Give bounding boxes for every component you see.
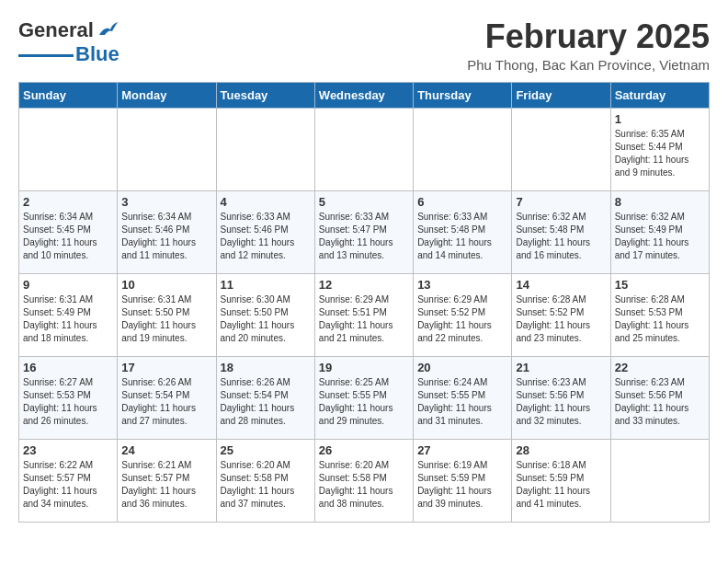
day-number: 13 bbox=[417, 278, 507, 292]
calendar-cell: 10Sunrise: 6:31 AM Sunset: 5:50 PM Dayli… bbox=[118, 273, 216, 356]
day-info: Sunrise: 6:32 AM Sunset: 5:48 PM Dayligh… bbox=[516, 211, 606, 262]
weekday-thursday: Thursday bbox=[414, 82, 512, 108]
calendar-cell: 20Sunrise: 6:24 AM Sunset: 5:55 PM Dayli… bbox=[414, 356, 512, 439]
day-info: Sunrise: 6:24 AM Sunset: 5:55 PM Dayligh… bbox=[417, 376, 507, 428]
calendar-cell: 7Sunrise: 6:32 AM Sunset: 5:48 PM Daylig… bbox=[512, 190, 610, 273]
calendar-cell: 9Sunrise: 6:31 AM Sunset: 5:49 PM Daylig… bbox=[19, 273, 118, 356]
day-number: 19 bbox=[319, 361, 409, 374]
day-info: Sunrise: 6:34 AM Sunset: 5:45 PM Dayligh… bbox=[23, 211, 113, 262]
day-number: 24 bbox=[121, 443, 211, 457]
calendar-cell: 17Sunrise: 6:26 AM Sunset: 5:54 PM Dayli… bbox=[118, 356, 216, 439]
day-info: Sunrise: 6:32 AM Sunset: 5:49 PM Dayligh… bbox=[615, 211, 705, 262]
day-info: Sunrise: 6:19 AM Sunset: 5:59 PM Dayligh… bbox=[417, 459, 507, 511]
day-number: 7 bbox=[516, 195, 606, 209]
calendar-cell: 23Sunrise: 6:22 AM Sunset: 5:57 PM Dayli… bbox=[19, 439, 118, 522]
day-number: 4 bbox=[221, 195, 311, 209]
month-title: February 2025 bbox=[467, 18, 710, 55]
calendar-cell bbox=[314, 108, 413, 190]
weekday-tuesday: Tuesday bbox=[216, 82, 314, 108]
calendar-cell: 26Sunrise: 6:20 AM Sunset: 5:58 PM Dayli… bbox=[314, 439, 413, 522]
calendar-cell: 2Sunrise: 6:34 AM Sunset: 5:45 PM Daylig… bbox=[19, 190, 118, 273]
day-number: 12 bbox=[319, 278, 409, 292]
day-number: 2 bbox=[23, 195, 113, 209]
day-number: 10 bbox=[121, 278, 211, 292]
day-info: Sunrise: 6:33 AM Sunset: 5:47 PM Dayligh… bbox=[319, 211, 409, 262]
calendar-cell: 22Sunrise: 6:23 AM Sunset: 5:56 PM Dayli… bbox=[610, 356, 709, 439]
day-number: 22 bbox=[615, 361, 705, 374]
calendar-cell bbox=[216, 108, 314, 190]
weekday-saturday: Saturday bbox=[610, 82, 709, 108]
calendar-cell bbox=[118, 108, 216, 190]
day-number: 6 bbox=[417, 195, 507, 209]
calendar-cell: 19Sunrise: 6:25 AM Sunset: 5:55 PM Dayli… bbox=[314, 356, 413, 439]
day-number: 3 bbox=[121, 195, 211, 209]
day-info: Sunrise: 6:34 AM Sunset: 5:46 PM Dayligh… bbox=[121, 211, 211, 262]
calendar-cell: 4Sunrise: 6:33 AM Sunset: 5:46 PM Daylig… bbox=[216, 190, 314, 273]
calendar-cell: 18Sunrise: 6:26 AM Sunset: 5:54 PM Dayli… bbox=[216, 356, 314, 439]
calendar-cell: 11Sunrise: 6:30 AM Sunset: 5:50 PM Dayli… bbox=[216, 273, 314, 356]
calendar-cell: 5Sunrise: 6:33 AM Sunset: 5:47 PM Daylig… bbox=[314, 190, 413, 273]
day-number: 8 bbox=[615, 195, 705, 209]
calendar-week-1: 1Sunrise: 6:35 AM Sunset: 5:44 PM Daylig… bbox=[19, 108, 710, 190]
title-area: February 2025 Phu Thong, Bac Kan Provinc… bbox=[467, 18, 710, 73]
day-info: Sunrise: 6:29 AM Sunset: 5:52 PM Dayligh… bbox=[417, 293, 507, 345]
day-info: Sunrise: 6:26 AM Sunset: 5:54 PM Dayligh… bbox=[121, 376, 211, 428]
day-info: Sunrise: 6:30 AM Sunset: 5:50 PM Dayligh… bbox=[221, 293, 311, 345]
day-info: Sunrise: 6:27 AM Sunset: 5:53 PM Dayligh… bbox=[23, 376, 113, 428]
day-number: 28 bbox=[516, 443, 606, 457]
day-number: 17 bbox=[121, 361, 211, 374]
day-number: 1 bbox=[615, 112, 705, 126]
day-info: Sunrise: 6:31 AM Sunset: 5:49 PM Dayligh… bbox=[23, 293, 113, 345]
day-number: 21 bbox=[516, 361, 606, 374]
logo: General Blue bbox=[18, 18, 119, 66]
calendar-cell: 13Sunrise: 6:29 AM Sunset: 5:52 PM Dayli… bbox=[414, 273, 512, 356]
calendar-week-5: 23Sunrise: 6:22 AM Sunset: 5:57 PM Dayli… bbox=[19, 439, 710, 522]
calendar-cell: 1Sunrise: 6:35 AM Sunset: 5:44 PM Daylig… bbox=[610, 108, 709, 190]
calendar-cell: 21Sunrise: 6:23 AM Sunset: 5:56 PM Dayli… bbox=[512, 356, 610, 439]
day-number: 11 bbox=[221, 278, 311, 292]
calendar-cell bbox=[512, 108, 610, 190]
day-info: Sunrise: 6:20 AM Sunset: 5:58 PM Dayligh… bbox=[319, 459, 409, 511]
calendar-table: SundayMondayTuesdayWednesdayThursdayFrid… bbox=[18, 82, 710, 523]
day-info: Sunrise: 6:20 AM Sunset: 5:58 PM Dayligh… bbox=[221, 459, 311, 511]
calendar-cell: 16Sunrise: 6:27 AM Sunset: 5:53 PM Dayli… bbox=[19, 356, 118, 439]
logo-bird-icon bbox=[97, 22, 118, 39]
weekday-monday: Monday bbox=[118, 82, 216, 108]
day-info: Sunrise: 6:26 AM Sunset: 5:54 PM Dayligh… bbox=[221, 376, 311, 428]
calendar-cell: 3Sunrise: 6:34 AM Sunset: 5:46 PM Daylig… bbox=[118, 190, 216, 273]
calendar-cell: 25Sunrise: 6:20 AM Sunset: 5:58 PM Dayli… bbox=[216, 439, 314, 522]
day-info: Sunrise: 6:28 AM Sunset: 5:52 PM Dayligh… bbox=[516, 293, 606, 345]
logo-blue: Blue bbox=[75, 42, 119, 66]
day-number: 26 bbox=[319, 443, 409, 457]
calendar-week-2: 2Sunrise: 6:34 AM Sunset: 5:45 PM Daylig… bbox=[19, 190, 710, 273]
calendar-cell: 28Sunrise: 6:18 AM Sunset: 5:59 PM Dayli… bbox=[512, 439, 610, 522]
day-number: 18 bbox=[221, 361, 311, 374]
weekday-wednesday: Wednesday bbox=[314, 82, 413, 108]
day-info: Sunrise: 6:25 AM Sunset: 5:55 PM Dayligh… bbox=[319, 376, 409, 428]
day-info: Sunrise: 6:35 AM Sunset: 5:44 PM Dayligh… bbox=[615, 128, 705, 179]
calendar-cell bbox=[610, 439, 709, 522]
logo-underline bbox=[18, 54, 74, 57]
calendar-week-3: 9Sunrise: 6:31 AM Sunset: 5:49 PM Daylig… bbox=[19, 273, 710, 356]
day-number: 20 bbox=[417, 361, 507, 374]
day-number: 25 bbox=[221, 443, 311, 457]
header: General Blue February 2025 Phu Thong, Ba… bbox=[18, 18, 710, 73]
calendar-cell: 6Sunrise: 6:33 AM Sunset: 5:48 PM Daylig… bbox=[414, 190, 512, 273]
day-number: 16 bbox=[23, 361, 113, 374]
calendar-week-4: 16Sunrise: 6:27 AM Sunset: 5:53 PM Dayli… bbox=[19, 356, 710, 439]
day-info: Sunrise: 6:29 AM Sunset: 5:51 PM Dayligh… bbox=[319, 293, 409, 345]
calendar-cell: 12Sunrise: 6:29 AM Sunset: 5:51 PM Dayli… bbox=[314, 273, 413, 356]
weekday-header-row: SundayMondayTuesdayWednesdayThursdayFrid… bbox=[19, 82, 710, 108]
day-number: 5 bbox=[319, 195, 409, 209]
day-number: 9 bbox=[23, 278, 113, 292]
day-number: 15 bbox=[615, 278, 705, 292]
weekday-sunday: Sunday bbox=[19, 82, 118, 108]
logo-general: General bbox=[18, 18, 94, 42]
day-info: Sunrise: 6:31 AM Sunset: 5:50 PM Dayligh… bbox=[121, 293, 211, 345]
day-info: Sunrise: 6:22 AM Sunset: 5:57 PM Dayligh… bbox=[23, 459, 113, 511]
calendar-cell bbox=[414, 108, 512, 190]
day-info: Sunrise: 6:33 AM Sunset: 5:46 PM Dayligh… bbox=[221, 211, 311, 262]
weekday-friday: Friday bbox=[512, 82, 610, 108]
day-number: 14 bbox=[516, 278, 606, 292]
day-info: Sunrise: 6:18 AM Sunset: 5:59 PM Dayligh… bbox=[516, 459, 606, 511]
